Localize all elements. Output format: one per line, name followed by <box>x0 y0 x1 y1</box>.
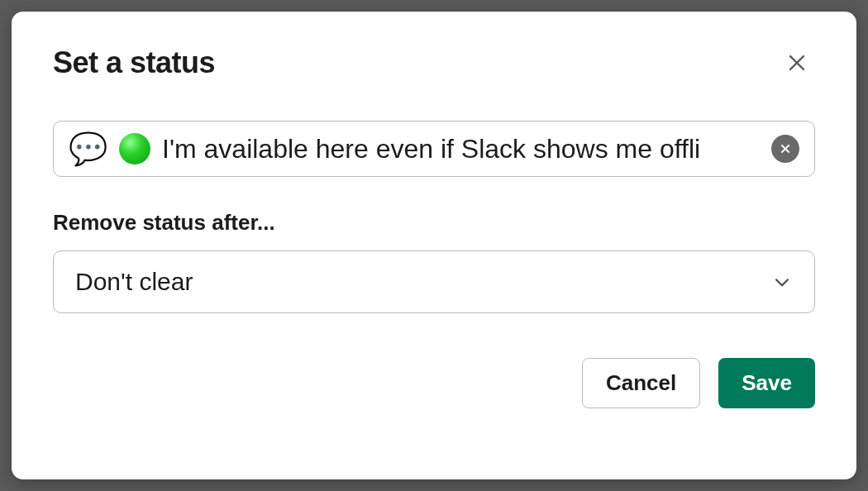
remove-status-label: Remove status after... <box>53 210 815 236</box>
modal-title: Set a status <box>53 45 215 80</box>
cancel-button[interactable]: Cancel <box>582 358 700 408</box>
x-icon <box>779 142 792 155</box>
green-circle-icon <box>119 133 150 164</box>
modal-footer: Cancel Save <box>53 358 815 408</box>
speech-balloon-icon[interactable]: 💬 <box>69 133 107 164</box>
clear-status-button[interactable] <box>771 135 799 163</box>
status-input-container[interactable]: 💬 <box>53 121 815 177</box>
close-icon <box>786 52 808 74</box>
clear-status-dropdown[interactable]: Don't clear <box>53 250 815 313</box>
save-button[interactable]: Save <box>718 358 815 408</box>
dropdown-selected-value: Don't clear <box>75 268 193 296</box>
chevron-down-icon <box>771 271 793 293</box>
set-status-modal: Set a status 💬 Remove status after... Do… <box>12 12 856 479</box>
modal-header: Set a status <box>53 45 815 81</box>
status-text-input[interactable] <box>162 134 760 164</box>
close-button[interactable] <box>779 45 815 81</box>
